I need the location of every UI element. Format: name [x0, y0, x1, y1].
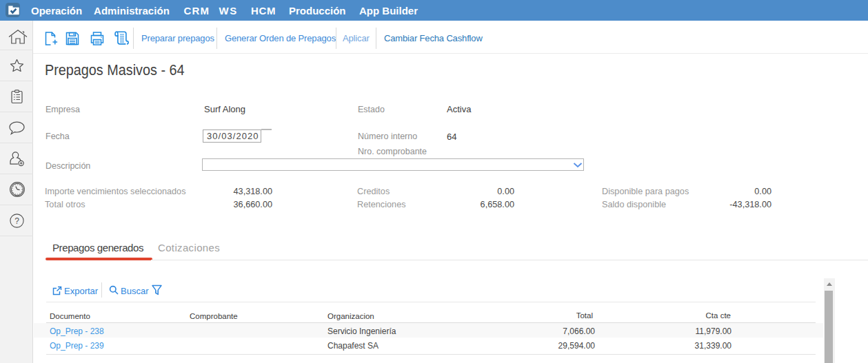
svg-text:?: ? — [14, 216, 19, 226]
